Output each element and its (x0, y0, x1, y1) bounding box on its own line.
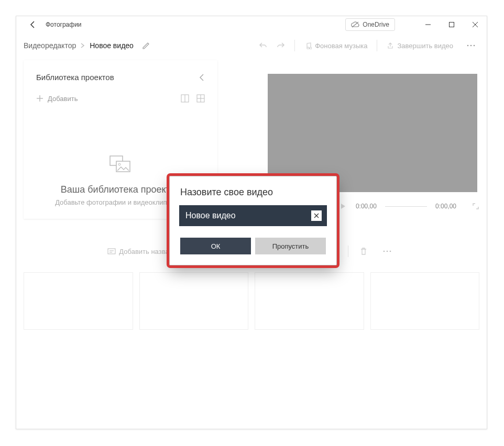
onedrive-chip[interactable]: OneDrive (345, 18, 395, 31)
svg-point-6 (470, 45, 472, 47)
clip-slot[interactable] (255, 272, 364, 330)
close-icon (314, 213, 319, 218)
bg-music-button[interactable]: Фоновая музыка (304, 42, 367, 50)
video-preview[interactable] (268, 74, 477, 192)
name-video-dialog: Назовите свое видео ОК Пропустить (169, 176, 337, 265)
close-button[interactable] (463, 16, 487, 33)
redo-button[interactable] (277, 42, 285, 49)
top-toolbar: Фоновая музыка Завершить видео (259, 37, 479, 54)
view-grid-icon[interactable] (196, 94, 205, 103)
app-title: Фотографии (46, 21, 82, 28)
video-name-input[interactable] (180, 206, 326, 225)
export-icon (387, 42, 394, 49)
view-toggles (181, 94, 205, 103)
more-button[interactable] (463, 37, 479, 54)
plus-icon (36, 95, 43, 102)
breadcrumb-bar: Видеоредактор Новое видео Фоновая музыка (16, 33, 487, 58)
cloud-icon (351, 21, 359, 28)
finish-video-button[interactable]: Завершить видео (387, 42, 453, 50)
fullscreen-button[interactable] (472, 203, 479, 210)
clip-slot[interactable] (139, 272, 249, 330)
library-collapse-button[interactable] (199, 73, 205, 82)
window-controls (416, 16, 487, 33)
library-title: Библиотека проектов (36, 73, 114, 82)
skip-button[interactable]: Пропустить (255, 238, 326, 254)
time-total: 0:00,00 (435, 203, 456, 210)
dialog-title: Назовите свое видео (180, 187, 326, 198)
onedrive-label: OneDrive (363, 21, 389, 28)
storyboard-more-button[interactable] (379, 243, 396, 260)
svg-rect-2 (449, 23, 454, 27)
music-icon (304, 42, 312, 49)
undo-button[interactable] (259, 42, 267, 49)
breadcrumb-root[interactable]: Видеоредактор (24, 41, 76, 50)
svg-point-23 (386, 251, 388, 252)
clear-input-button[interactable] (311, 210, 322, 221)
svg-point-22 (383, 251, 385, 252)
ok-button[interactable]: ОК (180, 238, 251, 254)
edit-title-button[interactable] (138, 37, 155, 54)
next-frame-button[interactable] (340, 203, 347, 210)
back-button[interactable] (25, 16, 41, 33)
toolbar-divider (377, 40, 377, 51)
media-collection-icon (109, 155, 132, 174)
chevron-right-icon (80, 43, 85, 48)
delete-clip-button[interactable] (360, 247, 367, 255)
svg-point-24 (389, 251, 391, 252)
breadcrumb-current[interactable]: Новое видео (90, 41, 134, 50)
maximize-button[interactable] (440, 16, 463, 33)
svg-point-7 (474, 45, 475, 47)
time-current: 0:00,00 (356, 203, 377, 210)
clip-slot[interactable] (370, 272, 480, 330)
minimize-button[interactable] (416, 16, 440, 33)
svg-point-5 (467, 45, 469, 47)
view-single-icon[interactable] (181, 94, 189, 103)
add-media-button[interactable]: Добавить (36, 95, 78, 103)
titlebar: Фотографии OneDrive (16, 16, 487, 33)
svg-rect-18 (108, 249, 115, 254)
toolbar-divider (348, 246, 348, 257)
storyboard-strip (16, 260, 487, 330)
toolbar-divider (294, 40, 295, 51)
clip-slot[interactable] (24, 272, 133, 330)
title-card-icon (107, 248, 116, 254)
progress-bar[interactable] (385, 206, 427, 207)
